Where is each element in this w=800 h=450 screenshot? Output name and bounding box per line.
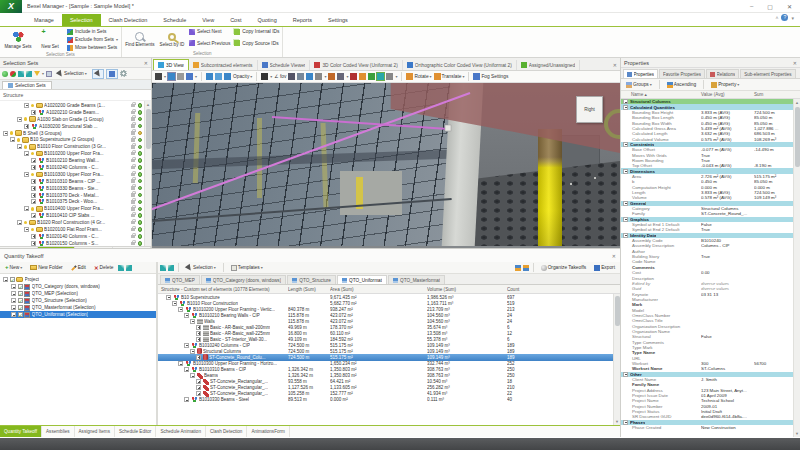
visibility-dot-icon[interactable] (138, 124, 143, 129)
tree-item[interactable]: B Shell (3 Groups) (0, 130, 151, 137)
tree-item[interactable]: B1010200 Upper Floor Fra... (0, 150, 151, 157)
filter-icon[interactable] (34, 71, 40, 76)
viewport-tab[interactable]: Subcontracted elements (189, 60, 258, 70)
visibility-dot-icon[interactable] (138, 145, 143, 150)
tree-item[interactable]: B1020 Roof Construction (4 Gr... (0, 219, 151, 226)
qto-tab[interactable]: QTO_Masterformat (388, 275, 445, 284)
viewport-tab[interactable]: 3D View (153, 59, 189, 70)
visibility-dot-icon[interactable] (138, 172, 143, 177)
expander-icon[interactable] (190, 349, 195, 354)
qto-tab[interactable]: QTO_Uniformat (337, 275, 387, 284)
property-row[interactable]: Phase CreatedNew Construction (621, 425, 800, 430)
expander-icon[interactable] (184, 397, 189, 402)
tree-item[interactable]: B1010240 Columns - C... (0, 164, 151, 171)
expander-icon[interactable] (623, 169, 628, 174)
pick-mode-button[interactable] (92, 69, 104, 79)
selection-dropdown[interactable]: Selection▾ (54, 69, 90, 79)
qto-tree-item[interactable]: ✓QTO_Category (doors, windows) (0, 283, 156, 290)
help-icon[interactable]: ? (781, 14, 788, 21)
visibility-dot-icon[interactable] (138, 200, 143, 205)
viewport-tool-icon[interactable] (177, 73, 184, 80)
visibility-dot-icon[interactable] (138, 151, 143, 156)
column-header[interactable]: Area (Sum) (330, 287, 427, 292)
ribbon-tab-selection[interactable]: Selection (62, 14, 101, 26)
qto-selection-dropdown[interactable]: Selection▾ (183, 263, 219, 273)
groups-dropdown[interactable]: Groups▾ (623, 80, 655, 90)
expander-icon[interactable] (11, 312, 16, 317)
templates-dropdown[interactable]: Templates▾ (228, 263, 266, 273)
viewport-tool-icon[interactable] (168, 73, 175, 80)
tree-item[interactable]: A1020200 Grade Beams (1... (0, 102, 151, 109)
close-panel-icon[interactable]: ✕ (793, 60, 797, 66)
lasso-select-icon[interactable] (18, 71, 24, 77)
column-header[interactable]: Structure - Custom set of elements (1077… (158, 287, 288, 292)
viewport-tab[interactable]: Assigned/Unassigned (517, 60, 580, 70)
expander-icon[interactable] (184, 343, 189, 348)
qto-tab[interactable]: QTO_MEP (160, 275, 200, 284)
expander-icon[interactable] (184, 367, 189, 372)
viewport-tool-icon[interactable] (386, 73, 393, 80)
tree-item[interactable]: A1030200 Structural Slab ... (0, 123, 151, 130)
checkbox-icon[interactable]: ✓ (18, 291, 23, 296)
expander-icon[interactable] (623, 105, 628, 110)
tree-item[interactable]: B1010300 Upper Floor Fra... (0, 171, 151, 178)
ribbon-tab-reports[interactable]: Reports (285, 14, 320, 26)
scrollbar-thumb[interactable] (795, 107, 800, 167)
column-header[interactable]: Count (507, 287, 547, 292)
visibility-dot-icon[interactable] (138, 138, 143, 143)
minimize-button[interactable]: – (750, 3, 753, 10)
copy-internal-ids-button[interactable]: Copy Internal IDs (234, 28, 279, 35)
unhighlight-icon[interactable] (168, 265, 174, 271)
expander-icon[interactable] (184, 313, 189, 318)
expander-icon[interactable] (24, 124, 29, 129)
new-folder-button[interactable]: New Folder (27, 263, 66, 273)
viewport-tool-icon[interactable] (297, 73, 304, 80)
document-tab-assemblies[interactable]: Assemblies (42, 426, 75, 437)
tree-item[interactable]: B1010310 Beams - CIP ... (0, 178, 151, 185)
close-panel-icon[interactable]: ✕ (612, 253, 616, 259)
visibility-dot-icon[interactable] (138, 186, 143, 191)
tree-item[interactable]: B1020150 Columns - S... (0, 240, 151, 246)
scrollbar-thumb[interactable] (146, 109, 151, 149)
update-set-icon[interactable] (10, 71, 16, 77)
selection-tree-scrollbar[interactable]: ▲ (144, 101, 151, 246)
expander-icon[interactable] (166, 295, 171, 300)
qto-tree-item[interactable]: ✓QTO_MEP (Selection) (0, 290, 156, 297)
expander-icon[interactable] (31, 158, 36, 163)
properties-tab[interactable]: Properties (623, 69, 658, 78)
include-in-sets-button[interactable]: Include in Sets (67, 28, 118, 35)
close-panel-icon[interactable]: ✕ (144, 60, 148, 66)
exclude-from-sets-button[interactable]: Exclude from Sets▾ (67, 36, 118, 43)
expander-icon[interactable] (190, 373, 195, 378)
zoom-mode-button[interactable] (106, 69, 118, 79)
checkbox-icon[interactable]: ✓ (18, 298, 23, 303)
expander-icon[interactable] (24, 172, 29, 177)
expander-icon[interactable] (31, 234, 36, 239)
column-header[interactable]: Value (Avg) (701, 92, 754, 97)
organize-takeoffs-button[interactable]: Organize Takeoffs (538, 263, 590, 273)
visibility-dot-icon[interactable] (138, 179, 143, 184)
tree-item[interactable]: B1010370 Deck - Metal... (0, 192, 151, 199)
qto-tree-item[interactable]: ✓QTO_Masterformat (Selection) (0, 304, 156, 311)
viewport-tool-icon[interactable] (186, 73, 193, 80)
expander-icon[interactable] (10, 137, 15, 142)
expander-icon[interactable] (31, 199, 36, 204)
expander-icon[interactable] (3, 131, 8, 136)
qto-tab[interactable]: QTO_Structure (287, 275, 336, 284)
tree-item[interactable]: B1010410 CIP Slabs ... (0, 212, 151, 219)
qto-tree-item[interactable]: ✓QTO_Uniformat (Selection) (0, 311, 156, 318)
visibility-dot-icon[interactable] (138, 131, 143, 136)
maximize-button[interactable]: ▢ (767, 3, 773, 10)
visibility-dot-icon[interactable] (138, 213, 143, 218)
ribbon-tab-view[interactable]: View (194, 14, 222, 26)
highlight-icon[interactable] (160, 265, 166, 271)
checkbox-icon[interactable]: ✓ (18, 312, 23, 317)
expander-icon[interactable] (3, 277, 8, 282)
properties-tab[interactable]: Relations (706, 69, 739, 78)
expander-icon[interactable] (11, 305, 16, 310)
expander-icon[interactable] (623, 142, 628, 147)
ribbon-tab-clash-detection[interactable]: Clash Detection (101, 14, 156, 26)
viewport-tool-icon[interactable] (206, 73, 213, 80)
properties-tab[interactable]: Favorite Properties (659, 69, 705, 78)
expander-icon[interactable] (196, 379, 201, 384)
